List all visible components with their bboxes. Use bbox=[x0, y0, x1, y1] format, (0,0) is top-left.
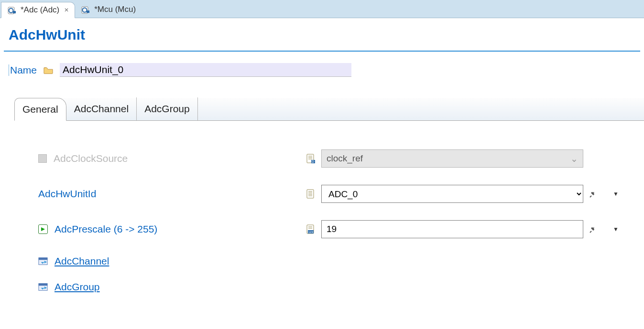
tab-adcgroup[interactable]: AdcGroup bbox=[137, 97, 198, 120]
chevron-down-icon[interactable]: ▼ bbox=[613, 226, 619, 233]
tab-general[interactable]: General bbox=[14, 98, 66, 121]
svg-line-24 bbox=[590, 231, 591, 233]
pin-icon[interactable] bbox=[589, 190, 598, 198]
module-icon bbox=[81, 5, 90, 14]
svg-rect-26 bbox=[39, 258, 47, 260]
pin-icon[interactable] bbox=[589, 225, 598, 233]
checkbox-disabled-icon bbox=[38, 154, 47, 163]
label-adchwunitid[interactable]: AdcHwUnitId bbox=[38, 188, 96, 200]
container-icon bbox=[38, 256, 48, 266]
link-row-adcgroup: AdcGroup bbox=[38, 281, 644, 293]
name-row: Name AdcHwUnit_0 bbox=[0, 52, 644, 82]
row-adchwunitid: AdcHwUnitId ADC_0 bbox=[38, 185, 644, 203]
link-adcchannel[interactable]: AdcChannel bbox=[55, 255, 109, 267]
link-adcgroup[interactable]: AdcGroup bbox=[55, 281, 100, 293]
text-doc-icon bbox=[306, 189, 316, 199]
folder-icon bbox=[44, 65, 53, 75]
row-adcclocksource: AdcClockSource D clock_ref ⌄ bbox=[38, 149, 644, 168]
svg-rect-12 bbox=[307, 190, 314, 198]
svg-text:D: D bbox=[312, 160, 314, 163]
link-row-adcchannel: AdcChannel bbox=[38, 255, 644, 267]
subtab-bar: General AdcChannel AdcGroup bbox=[14, 98, 644, 121]
editor-content: AdcHwUnit Name AdcHwUnit_0 General AdcCh… bbox=[0, 18, 644, 293]
name-label: Name bbox=[9, 64, 37, 76]
svg-rect-30 bbox=[39, 284, 47, 286]
svg-rect-2 bbox=[13, 11, 16, 13]
editor-tab-adc[interactable]: *Adc (Adc) ✕ bbox=[1, 2, 75, 18]
field-adcclocksource: clock_ref ⌄ bbox=[321, 149, 583, 168]
container-icon bbox=[38, 282, 48, 292]
svg-line-17 bbox=[590, 196, 591, 197]
label-adcprescale[interactable]: AdcPrescale (6 -> 255) bbox=[55, 223, 157, 235]
svg-rect-5 bbox=[87, 11, 89, 13]
reference-doc-icon: D bbox=[306, 154, 316, 163]
svg-marker-18 bbox=[41, 227, 45, 231]
editor-tab-label: *Adc (Adc) bbox=[21, 5, 59, 15]
play-icon bbox=[38, 224, 48, 234]
chevron-down-icon[interactable]: ▼ bbox=[613, 191, 619, 197]
page-title: AdcHwUnit bbox=[9, 27, 635, 43]
input-adcprescale[interactable] bbox=[321, 220, 583, 238]
tab-adcchannel[interactable]: AdcChannel bbox=[66, 97, 137, 120]
general-form: AdcClockSource D clock_ref ⌄ bbox=[0, 121, 644, 293]
editor-tab-mcu[interactable]: *Mcu (Mcu) bbox=[75, 1, 142, 18]
label-adcclocksource: AdcClockSource bbox=[54, 153, 128, 164]
field-adcclocksource-value: clock_ref bbox=[327, 153, 363, 164]
module-icon bbox=[7, 5, 17, 15]
editor-tab-label: *Mcu (Mcu) bbox=[94, 5, 136, 14]
select-adchwunitid[interactable]: ADC_0 bbox=[321, 185, 583, 203]
number-doc-icon: 123 bbox=[306, 224, 316, 234]
row-adcprescale: AdcPrescale (6 -> 255) 123 bbox=[38, 220, 644, 238]
close-icon[interactable]: ✕ bbox=[64, 7, 69, 13]
editor-tab-bar: *Adc (Adc) ✕ *Mcu (Mcu) bbox=[0, 0, 644, 18]
name-input[interactable]: AdcHwUnit_0 bbox=[60, 63, 351, 77]
chevron-down-icon: ⌄ bbox=[570, 153, 578, 164]
svg-text:123: 123 bbox=[308, 231, 314, 233]
